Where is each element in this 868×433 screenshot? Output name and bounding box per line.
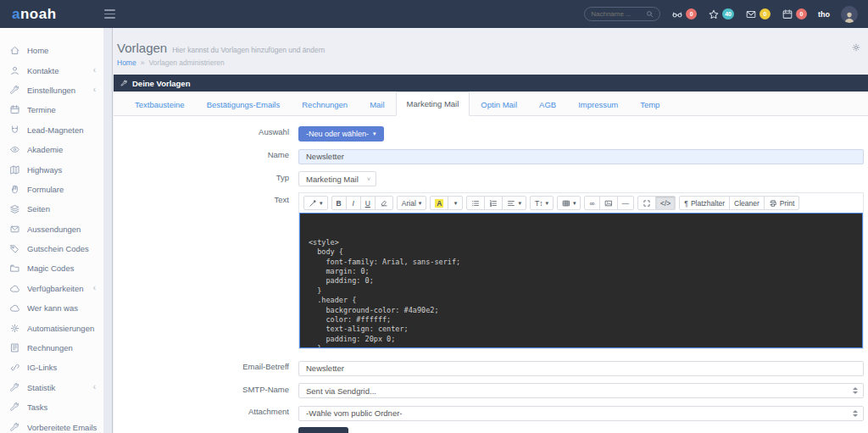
chevron-left-icon: ‹ xyxy=(93,86,96,94)
notification-glasses[interactable]: 0 xyxy=(671,8,697,20)
sidebar-item-rechnungen[interactable]: Rechnungen xyxy=(0,338,103,358)
hamburger-icon[interactable] xyxy=(104,9,115,18)
tab-mail[interactable]: Mail xyxy=(359,92,395,116)
sidebar-item-automatisierungen[interactable]: Automatisierungen xyxy=(0,318,103,337)
typ-label: Typ xyxy=(114,170,298,182)
invoice-icon xyxy=(9,342,20,353)
cloud-icon xyxy=(9,303,20,314)
sidebar-item-statistik[interactable]: Statistik‹ xyxy=(0,378,103,397)
wrench-icon xyxy=(9,422,20,433)
search-box[interactable] xyxy=(584,7,660,21)
email-betreff-label: Email-Betreff xyxy=(114,359,298,371)
richtext-editor: B I U Arial A xyxy=(298,192,864,349)
settings-gear-icon[interactable] xyxy=(851,42,861,53)
sidebar-item-verfuegbarkeiten[interactable]: Verfügbarkeiten‹ xyxy=(0,279,103,298)
code-view-button[interactable]: </> xyxy=(655,196,676,210)
unordered-list-button[interactable] xyxy=(466,196,485,210)
bold-button[interactable]: B xyxy=(331,196,347,210)
font-family-dropdown[interactable]: Arial xyxy=(397,196,427,210)
tab-rechnungen[interactable]: Rechnungen xyxy=(291,92,359,116)
underline-button[interactable]: U xyxy=(360,196,376,210)
sidebar-item-akademie[interactable]: Akademie xyxy=(0,140,103,159)
sidebar-item-highways[interactable]: Highways xyxy=(0,159,103,179)
sidebar-item-ig-links[interactable]: IG-Links xyxy=(0,358,103,377)
italic-button[interactable]: I xyxy=(346,196,361,210)
cleaner-button[interactable]: Cleaner xyxy=(729,196,765,210)
main-content: VorlagenHier kannst du Vorlagen hinzufüg… xyxy=(114,28,868,433)
line-height-dropdown[interactable]: T↕ xyxy=(530,196,554,210)
printer-icon xyxy=(769,199,777,208)
tab-marketing-mail[interactable]: Marketing Mail xyxy=(396,92,470,116)
typ-select[interactable]: Marketing Mail ˅ xyxy=(298,171,376,186)
home-icon xyxy=(9,45,20,56)
gear-icon xyxy=(9,323,20,334)
anlegen-button[interactable]: Anlegen xyxy=(298,427,348,433)
name-input[interactable] xyxy=(298,149,864,164)
sidebar-item-kontakte[interactable]: Kontakte‹ xyxy=(0,60,103,80)
mail-badge: 0 xyxy=(760,8,771,19)
sidebar-item-formulare[interactable]: Formulare xyxy=(0,180,103,199)
sidebar-item-termine[interactable]: Termine xyxy=(0,100,103,119)
tab-textbausteine[interactable]: Textbausteine xyxy=(124,92,196,116)
print-button[interactable]: Print xyxy=(764,196,799,210)
breadcrumb: Home » Vorlagen administrieren xyxy=(117,58,868,67)
text-label: Text xyxy=(114,192,298,204)
notification-star[interactable]: 40 xyxy=(708,8,734,20)
font-color-caret-button[interactable] xyxy=(448,196,463,210)
wrench-icon xyxy=(120,80,128,87)
sidebar-item-seiten[interactable]: Seiten xyxy=(0,199,103,219)
email-betreff-input[interactable] xyxy=(298,361,864,376)
notification-mail[interactable]: 0 xyxy=(745,8,771,20)
smtp-name-label: SMTP-Name xyxy=(114,382,298,394)
sidebar-item-einstellungen[interactable]: Einstellungen‹ xyxy=(0,80,103,100)
image-button[interactable] xyxy=(599,196,618,210)
tag-icon xyxy=(9,243,20,254)
sidebar-scroll-gutter[interactable] xyxy=(103,28,113,433)
tab-temp[interactable]: Temp xyxy=(629,92,670,116)
name-label: Name xyxy=(114,147,298,159)
logo-accent-letter: a xyxy=(12,6,20,22)
sidebar-item-lead-magneten[interactable]: Lead-Magneten xyxy=(0,120,103,140)
app-logo[interactable]: anoah xyxy=(12,6,57,23)
sidebar: Home Kontakte‹ Einstellungen‹ Termine Le… xyxy=(0,28,103,433)
tab-agb[interactable]: AGB xyxy=(528,92,567,116)
notification-calendar[interactable]: 0 xyxy=(782,8,807,20)
table-dropdown[interactable] xyxy=(557,196,581,210)
placeholder-button[interactable]: ¶Platzhalter xyxy=(679,196,730,210)
breadcrumb-home-link[interactable]: Home xyxy=(117,58,136,67)
horizontal-rule-button[interactable]: — xyxy=(617,196,635,210)
cloud-icon xyxy=(9,283,20,294)
search-input[interactable] xyxy=(591,10,646,18)
fullscreen-button[interactable] xyxy=(637,196,656,210)
style-dropdown-button[interactable] xyxy=(303,196,328,210)
sidebar-item-vorbereitete-emails[interactable]: Vorbereitete Emails xyxy=(0,417,103,433)
wrench-icon xyxy=(9,382,20,393)
user-avatar[interactable] xyxy=(841,6,858,23)
auswahl-label: Auswahl xyxy=(114,125,298,136)
paragraph-align-dropdown[interactable] xyxy=(502,196,526,210)
template-tabs: Textbausteine Bestätigungs-Emails Rechnu… xyxy=(114,92,868,116)
sidebar-item-aussendungen[interactable]: Aussendungen xyxy=(0,219,103,239)
tab-impressum[interactable]: Impressum xyxy=(567,92,629,116)
calendar-badge: 0 xyxy=(796,8,807,19)
sidebar-item-wer-kann-was[interactable]: Wer kann was xyxy=(0,298,103,318)
sidebar-item-gutschein-codes[interactable]: Gutschein Codes xyxy=(0,239,103,258)
sidebar-item-magic-codes[interactable]: Magic Codes xyxy=(0,258,103,278)
vorlagen-panel: Deine Vorlagen Textbausteine Bestätigung… xyxy=(114,75,868,433)
clear-format-button[interactable] xyxy=(375,196,393,210)
ordered-list-button[interactable] xyxy=(484,196,503,210)
tab-bestaetigungs-emails[interactable]: Bestätigungs-Emails xyxy=(196,92,292,116)
code-editor[interactable]: <style> body { font-family: Arial, sans-… xyxy=(299,213,863,348)
template-form: Auswahl -Neu oder wählen- Name Typ Marke… xyxy=(114,116,868,433)
page-title: VorlagenHier kannst du Vorlagen hinzufüg… xyxy=(117,41,325,55)
smtp-name-select[interactable]: Sent via Sendgrid... xyxy=(298,383,864,398)
font-color-button[interactable]: A xyxy=(430,196,448,210)
sidebar-item-tasks[interactable]: Tasks xyxy=(0,397,103,417)
link-button[interactable]: ∞ xyxy=(584,196,599,210)
chevron-left-icon: ‹ xyxy=(93,383,96,391)
sidebar-item-home[interactable]: Home xyxy=(0,41,103,60)
template-select-button[interactable]: -Neu oder wählen- xyxy=(298,126,384,142)
person-icon xyxy=(843,11,855,23)
attachment-select[interactable]: -Wähle vom public Ordner- xyxy=(298,406,864,421)
tab-optin-mail[interactable]: Optin Mail xyxy=(470,92,528,116)
